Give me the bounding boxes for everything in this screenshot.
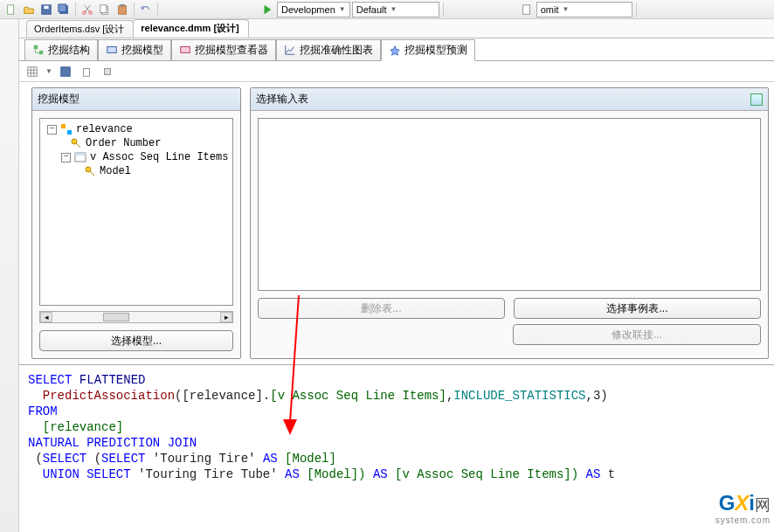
svg-rect-0 bbox=[8, 4, 14, 14]
sql-text: ( bbox=[28, 452, 43, 466]
panel-header: 选择输入表 bbox=[251, 88, 768, 111]
svg-rect-20 bbox=[61, 124, 66, 128]
button-label: 修改联接... bbox=[612, 328, 662, 342]
sql-ident: [Model] bbox=[278, 452, 336, 466]
expander-icon[interactable]: − bbox=[47, 125, 57, 135]
select-case-table-button[interactable]: 选择事例表... bbox=[514, 298, 761, 319]
paste-icon[interactable] bbox=[114, 2, 130, 17]
play-icon[interactable] bbox=[259, 2, 275, 17]
table-icon bbox=[750, 93, 763, 106]
save-query-icon[interactable] bbox=[58, 64, 73, 79]
input-table-area[interactable] bbox=[258, 118, 761, 291]
tree-node-root[interactable]: − relevance bbox=[44, 122, 229, 136]
svg-rect-21 bbox=[67, 130, 72, 135]
svg-rect-14 bbox=[107, 47, 117, 53]
scroll-left-icon[interactable]: ◂ bbox=[40, 312, 52, 322]
select-model-button[interactable]: 选择模型... bbox=[39, 330, 233, 351]
prediction-toolbar: ▼ bbox=[0, 61, 774, 82]
tree-hscroll[interactable]: ◂ ▸ bbox=[39, 311, 233, 323]
tool-btn[interactable] bbox=[640, 2, 656, 17]
copy-icon[interactable] bbox=[97, 2, 113, 17]
save-all-icon[interactable] bbox=[56, 2, 72, 17]
scroll-right-icon[interactable]: ▸ bbox=[220, 312, 232, 322]
button-label: 删除表... bbox=[361, 301, 401, 316]
subtab-prediction[interactable]: 挖掘模型预测 bbox=[381, 39, 475, 61]
tree-label: Model bbox=[100, 164, 131, 178]
mining-model-panel: 挖掘模型 − relevance Order Number − v Assoc … bbox=[31, 87, 241, 359]
table-icon bbox=[74, 151, 86, 163]
svg-rect-4 bbox=[59, 3, 66, 11]
svg-rect-2 bbox=[44, 5, 48, 9]
model-icon bbox=[60, 123, 73, 135]
sql-str: 'Touring Tire Tube' bbox=[131, 467, 285, 481]
cut-icon[interactable] bbox=[79, 2, 95, 17]
config-combo-text: Developmen bbox=[281, 4, 335, 15]
sql-ident: [relevance] bbox=[28, 420, 123, 434]
separator bbox=[157, 3, 158, 17]
tree-node-assoc[interactable]: − v Assoc Seq Line Items bbox=[44, 150, 229, 164]
separator bbox=[636, 3, 637, 17]
grid-icon[interactable] bbox=[24, 64, 40, 79]
gutter-btn-1[interactable] bbox=[2, 23, 17, 38]
svg-rect-16 bbox=[28, 66, 38, 76]
open-icon[interactable] bbox=[21, 2, 37, 17]
subtab-accuracy[interactable]: 挖掘准确性图表 bbox=[276, 39, 381, 60]
file-tab-orderitems[interactable]: OrderItems.dsv [设计 bbox=[26, 20, 134, 38]
chevron-down-icon: ▼ bbox=[390, 5, 397, 13]
sql-text: ([relevance]. bbox=[175, 389, 270, 403]
tree-label: v Assoc Seq Line Items bbox=[90, 150, 228, 164]
save-icon[interactable] bbox=[38, 2, 54, 17]
main-toolbar: Developmen▼ Default▼ omit▼ bbox=[0, 0, 774, 19]
file-tab-label: relevance.dmm [设计] bbox=[141, 22, 238, 35]
tree-node-ordernum[interactable]: Order Number bbox=[44, 136, 229, 150]
sql-ident: [v Assoc Seq Line Items] bbox=[270, 389, 446, 403]
sql-kw: UNION bbox=[28, 467, 79, 481]
tree-node-model[interactable]: Model bbox=[44, 164, 229, 178]
sql-text: ( bbox=[86, 452, 101, 466]
svg-rect-18 bbox=[83, 68, 89, 76]
sql-kw: SELECT bbox=[79, 467, 131, 481]
mining-subtabs: 挖掘结构 挖掘模型 挖掘模型查看器 挖掘准确性图表 挖掘模型预测 bbox=[0, 38, 774, 61]
default-combo[interactable]: Default▼ bbox=[352, 2, 439, 17]
sql-kw: AS bbox=[586, 467, 601, 481]
scroll-thumb[interactable] bbox=[103, 313, 129, 321]
left-gutter bbox=[0, 19, 19, 532]
config-combo[interactable]: Developmen▼ bbox=[277, 2, 350, 17]
omit-combo-text: omit bbox=[541, 4, 559, 15]
doc-icon[interactable] bbox=[519, 2, 535, 17]
scroll-track[interactable] bbox=[52, 312, 220, 322]
watermark-url: system.com bbox=[715, 515, 771, 525]
separator bbox=[75, 3, 76, 17]
separator bbox=[443, 3, 444, 17]
omit-combo[interactable]: omit▼ bbox=[536, 2, 632, 17]
singleton-icon[interactable] bbox=[100, 64, 115, 79]
subtab-label: 挖掘模型预测 bbox=[404, 43, 467, 58]
sql-kw: SELECT bbox=[43, 452, 86, 466]
button-label: 选择模型... bbox=[111, 334, 162, 349]
file-tab-relevance[interactable]: relevance.dmm [设计] bbox=[133, 19, 248, 38]
subtab-structure[interactable]: 挖掘结构 bbox=[24, 39, 98, 60]
undo-icon[interactable] bbox=[138, 2, 154, 17]
svg-rect-24 bbox=[75, 153, 86, 155]
panel-title: 挖掘模型 bbox=[38, 92, 79, 107]
sql-editor[interactable]: SELECT FLATTENED PredictAssociation([rel… bbox=[19, 365, 774, 489]
tree-label: Order Number bbox=[86, 136, 161, 150]
expander-icon[interactable]: − bbox=[61, 153, 71, 162]
copy-query-icon[interactable] bbox=[79, 64, 94, 79]
sql-kw: NATURAL PREDICTION JOIN bbox=[28, 436, 197, 450]
file-tab-label: OrderItems.dsv [设计 bbox=[34, 23, 124, 36]
model-tree[interactable]: − relevance Order Number − v Assoc Seq L… bbox=[39, 118, 233, 306]
file-tabs: OrderItems.dsv [设计 relevance.dmm [设计] bbox=[0, 19, 774, 38]
subtab-viewer[interactable]: 挖掘模型查看器 bbox=[171, 39, 276, 60]
key-icon bbox=[70, 137, 82, 149]
subtab-model[interactable]: 挖掘模型 bbox=[98, 39, 171, 60]
sql-const: INCLUDE_STATISTICS bbox=[453, 389, 585, 403]
svg-rect-9 bbox=[119, 5, 127, 14]
sql-text: t bbox=[600, 467, 615, 481]
new-icon[interactable] bbox=[3, 2, 19, 17]
svg-rect-19 bbox=[104, 68, 110, 74]
svg-rect-8 bbox=[100, 4, 107, 12]
subtab-label: 挖掘准确性图表 bbox=[300, 43, 373, 58]
subtab-label: 挖掘模型查看器 bbox=[195, 43, 268, 58]
modify-join-button: 修改联接... bbox=[513, 324, 761, 345]
